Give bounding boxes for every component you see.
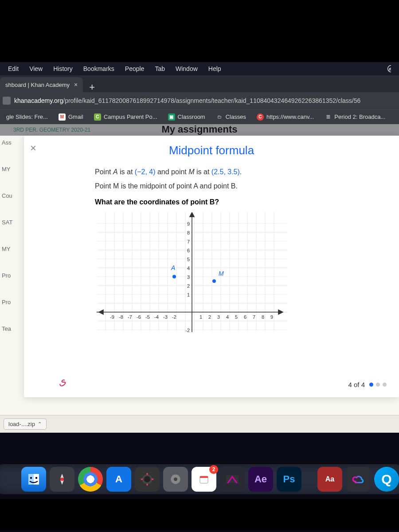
svg-text:M: M [219, 270, 224, 277]
progress-dot [376, 383, 380, 387]
dock-aftereffects-icon[interactable]: Ae [248, 467, 273, 492]
dock-launchpad-icon[interactable] [50, 467, 74, 492]
svg-text:-2: -2 [185, 328, 190, 332]
bookmark-period2[interactable]: ☰Period 2: Broadca... [320, 112, 390, 122]
site-info-icon[interactable] [3, 97, 11, 105]
bookmark-classroom[interactable]: ▣Classroom [164, 112, 210, 122]
download-chip[interactable]: load-....zip ⌃ [4, 419, 47, 430]
macos-dock: A 2 Ae Ps Aa Q [0, 464, 399, 494]
dock-calendar-icon[interactable]: 2 [192, 467, 216, 492]
svg-point-69 [60, 477, 64, 481]
svg-text:6: 6 [244, 314, 246, 320]
chevron-up-icon[interactable]: ⌃ [38, 421, 42, 427]
menu-view[interactable]: View [25, 63, 47, 74]
notification-badge: 2 [209, 465, 218, 474]
bookmark-gmail[interactable]: MGmail [54, 112, 88, 122]
dock-photobooth-icon[interactable] [135, 467, 160, 492]
class-name: 3RD PER. GEOMETRY 2020-21 [13, 127, 90, 133]
menu-tab[interactable]: Tab [150, 63, 169, 74]
svg-text:A: A [171, 264, 175, 271]
menu-people[interactable]: People [121, 63, 149, 74]
svg-point-67 [30, 477, 32, 479]
svg-text:2: 2 [187, 283, 190, 289]
svg-text:-3: -3 [163, 314, 168, 320]
dock-settings-icon[interactable] [163, 467, 188, 492]
bookmark-canvas[interactable]: Chttps://www.canv... [252, 112, 318, 122]
menu-window[interactable]: Window [171, 63, 202, 74]
campus-icon: C [94, 113, 101, 121]
svg-text:8: 8 [262, 314, 264, 320]
svg-text:6: 6 [187, 248, 190, 253]
bookmark-slides[interactable]: gle Slides: Fre... [2, 112, 52, 122]
close-modal-button[interactable]: × [30, 142, 36, 154]
svg-marker-36 [278, 310, 283, 314]
handwriting-annotation: ى [55, 374, 68, 388]
folder-icon: 🗀 [216, 113, 223, 121]
close-icon[interactable]: × [74, 81, 78, 88]
svg-text:-8: -8 [119, 314, 123, 320]
problem-line-1: Point A is at (−2, 4) and point M is at … [95, 168, 379, 176]
browser-tab[interactable]: shboard | Khan Academy × [0, 77, 83, 92]
svg-text:-4: -4 [154, 314, 159, 320]
address-bar[interactable]: khanacademy.org/profile/kaid_61178200876… [0, 92, 399, 109]
svg-rect-73 [152, 479, 153, 480]
bookmark-classes[interactable]: 🗀Classes [211, 112, 250, 122]
bookmark-campus[interactable]: CCampus Parent Po... [90, 112, 162, 122]
menubar-app-icon[interactable] [387, 64, 395, 73]
svg-rect-74 [147, 473, 148, 475]
menu-bookmarks[interactable]: Bookmarks [79, 63, 119, 74]
svg-text:-6: -6 [137, 314, 141, 320]
dock-dictionary-icon[interactable]: Aa [317, 467, 342, 492]
menu-help[interactable]: Help [204, 63, 226, 74]
canvas-icon: C [257, 113, 264, 121]
svg-text:1: 1 [187, 292, 190, 297]
bookmarks-bar: gle Slides: Fre... MGmail CCampus Parent… [0, 109, 399, 124]
point-m[interactable] [212, 279, 216, 283]
menu-edit[interactable]: Edit [4, 63, 23, 74]
progress-indicator: 4 of 4 [348, 381, 387, 388]
macos-menu-bar: Edit View History Bookmarks People Tab W… [0, 62, 399, 75]
dock-appstore-icon[interactable]: A [106, 467, 131, 492]
browser-tab-strip: shboard | Khan Academy × + [0, 75, 399, 92]
problem-question: What are the coordinates of point B? [95, 198, 379, 206]
tab-title: shboard | Khan Academy [5, 82, 70, 88]
progress-dot [369, 383, 373, 387]
svg-rect-75 [147, 484, 148, 485]
point-a[interactable] [172, 275, 176, 278]
svg-point-77 [174, 477, 177, 481]
svg-text:4: 4 [226, 314, 229, 320]
dock-quickbooks-icon[interactable]: Q [374, 467, 399, 492]
svg-text:9: 9 [187, 221, 190, 227]
exercise-modal: × Midpoint formula Point A is at (−2, 4)… [24, 136, 399, 397]
sidebar-fragments: Ass MY Cou SAT MY Pro Pro Tea [0, 136, 20, 348]
svg-text:3: 3 [187, 274, 190, 280]
download-filename: load-....zip [8, 421, 35, 427]
svg-marker-35 [190, 212, 194, 217]
dock-photoshop-icon[interactable]: Ps [277, 467, 301, 492]
svg-text:7: 7 [187, 239, 190, 244]
svg-text:7: 7 [253, 314, 255, 320]
svg-marker-37 [99, 310, 103, 314]
dock-finalcut-icon[interactable] [220, 467, 245, 492]
new-tab-button[interactable]: + [83, 82, 101, 92]
problem-line-2: Point M is the midpoint of point A and p… [95, 182, 379, 190]
download-shelf: load-....zip ⌃ [0, 415, 399, 433]
page-title: My assignments [161, 124, 237, 135]
svg-text:1: 1 [200, 314, 202, 320]
khan-header-strip: 3RD PER. GEOMETRY 2020-21 My assignments [0, 124, 399, 136]
svg-text:-5: -5 [145, 314, 150, 320]
coordinate-graph[interactable]: 9 8 7 6 5 4 3 2 1 -2 -9 [97, 212, 287, 332]
svg-text:-7: -7 [128, 314, 132, 320]
dock-finder-icon[interactable] [21, 467, 46, 492]
svg-point-68 [35, 477, 38, 479]
svg-rect-79 [200, 476, 208, 478]
svg-rect-72 [141, 479, 143, 480]
progress-dot [383, 383, 387, 387]
menu-history[interactable]: History [49, 63, 77, 74]
classroom-icon: ▣ [168, 113, 175, 121]
dock-creativecloud-icon[interactable] [346, 467, 371, 492]
url-text: khanacademy.org/profile/kaid_61178200876… [14, 97, 360, 104]
svg-text:-9: -9 [110, 314, 114, 320]
svg-text:4: 4 [187, 266, 190, 271]
dock-chrome-icon[interactable] [78, 467, 103, 492]
